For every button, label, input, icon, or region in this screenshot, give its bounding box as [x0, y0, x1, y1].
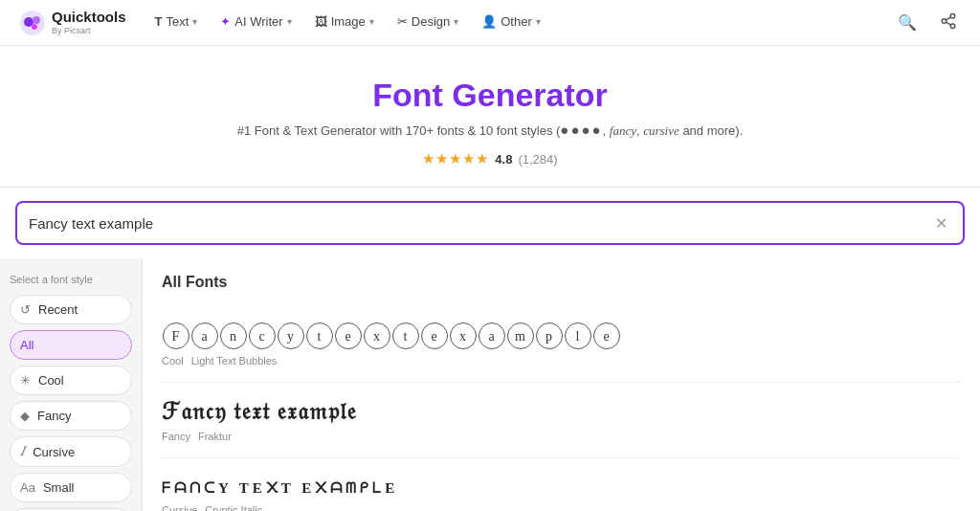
navbar: Quicktools By Picsart T Text ▾ ✦ AI Writ… — [0, 0, 980, 46]
svg-point-6 — [950, 24, 955, 29]
font-tags-fraktur: Fancy Fraktur — [162, 431, 961, 442]
nav-image[interactable]: 🖼 Image ▾ — [305, 0, 384, 46]
sidebar-item-label: Cursive — [33, 445, 75, 459]
other-icon: 👤 — [481, 14, 497, 29]
hero-subtitle: #1 Font & Text Generator with 170+ fonts… — [19, 122, 961, 139]
logo[interactable]: Quicktools By Picsart — [19, 10, 126, 36]
font-tag: Cursive — [162, 504, 197, 511]
rating-value: 4.8 — [495, 152, 512, 167]
sidebar-item-cool[interactable]: ✳ Cool — [10, 366, 132, 395]
sidebar-item-label: All — [20, 338, 33, 352]
chevron-down-icon: ▾ — [369, 16, 374, 27]
font-preview-cryptic: ᖴᗩᑎᑕY TE᙭T E᙭ᗩᗰᑭᒪE — [162, 474, 961, 499]
font-list: All Fonts Fancytextexample Cool Light Te… — [142, 258, 980, 511]
style-cursive: cursive — [643, 123, 679, 138]
cryptic-preview-text: ᖴᗩᑎᑕY TE᙭T E᙭ᗩᗰᑭᒪE — [162, 474, 398, 498]
nav-ai-writer-label: AI Writer — [234, 14, 282, 29]
logo-icon — [19, 10, 46, 36]
small-icon: Aa — [20, 480, 35, 495]
sidebar-item-label: Recent — [38, 302, 78, 317]
sidebar: Select a font style ↺ Recent All ✳ Cool … — [0, 258, 142, 511]
chevron-down-icon: ▾ — [536, 16, 541, 27]
stars: ★★★★★ — [422, 150, 489, 167]
share-button[interactable] — [936, 9, 961, 37]
nav-other[interactable]: 👤 Other ▾ — [472, 0, 550, 46]
font-tag: Light Text Bubbles — [191, 355, 278, 367]
font-item-cryptic[interactable]: ᖴᗩᑎᑕY TE᙭T E᙭ᗩᗰᑭᒪE Cursive Cryptic Itali… — [162, 458, 961, 511]
style-circles: ●●●● — [560, 122, 602, 138]
navbar-right: 🔍 — [894, 9, 961, 37]
chevron-down-icon: ▾ — [192, 16, 197, 27]
chevron-down-icon: ▾ — [287, 16, 292, 27]
rating-section: ★★★★★ 4.8 (1,284) — [19, 150, 961, 167]
hero-section: Font Generator #1 Font & Text Generator … — [0, 46, 980, 188]
search-input[interactable] — [29, 215, 931, 232]
svg-point-5 — [942, 18, 947, 23]
main-layout: Select a font style ↺ Recent All ✳ Cool … — [0, 258, 980, 511]
svg-point-3 — [32, 24, 37, 30]
bubbles-preview-text: Fancytextexample — [162, 320, 621, 347]
share-icon — [940, 12, 957, 30]
font-tag: Cool — [162, 355, 184, 367]
nav-text-label: Text — [166, 14, 189, 29]
nav-image-label: Image — [331, 14, 366, 29]
fancy-icon: ◆ — [20, 409, 30, 423]
font-tag: Cryptic Italic — [205, 504, 262, 511]
cool-icon: ✳ — [20, 373, 31, 388]
clear-button[interactable]: ✕ — [931, 212, 951, 234]
font-tags-cryptic: Cursive Cryptic Italic — [162, 504, 961, 511]
font-preview-bubbles: Fancytextexample — [162, 320, 961, 349]
design-icon: ✂ — [397, 14, 408, 29]
search-box: ✕ — [15, 201, 965, 245]
nav-other-label: Other — [501, 14, 532, 29]
font-preview-fraktur: ℱ𝔞𝔫𝔠𝔶 𝔱𝔢𝔵𝔱 𝔢𝔵𝔞𝔪𝔭𝔩𝔢 — [162, 398, 961, 425]
fraktur-preview-text: ℱ𝔞𝔫𝔠𝔶 𝔱𝔢𝔵𝔱 𝔢𝔵𝔞𝔪𝔭𝔩𝔢 — [162, 399, 357, 424]
chevron-down-icon: ▾ — [454, 16, 458, 27]
content-heading: All Fonts — [162, 274, 961, 291]
sidebar-item-small[interactable]: Aa Small — [10, 473, 132, 502]
sidebar-item-fancy[interactable]: ◆ Fancy — [10, 401, 132, 431]
page-title: Font Generator — [19, 77, 961, 114]
ai-writer-icon: ✦ — [220, 14, 231, 29]
sidebar-item-all[interactable]: All — [10, 330, 132, 360]
nav-ai-writer[interactable]: ✦ AI Writer ▾ — [211, 0, 301, 46]
logo-sub: By Picsart — [52, 26, 126, 35]
sidebar-item-label: Cool — [38, 373, 64, 388]
sidebar-item-label: Small — [43, 480, 75, 495]
cursive-icon: 𝐼 — [20, 444, 25, 459]
image-icon: 🖼 — [315, 14, 327, 29]
logo-text: Quicktools — [52, 10, 126, 26]
sidebar-item-label: Fancy — [37, 409, 71, 423]
font-item-fraktur[interactable]: ℱ𝔞𝔫𝔠𝔶 𝔱𝔢𝔵𝔱 𝔢𝔵𝔞𝔪𝔭𝔩𝔢 Fancy Fraktur — [162, 383, 961, 458]
nav-design[interactable]: ✂ Design ▾ — [388, 0, 468, 46]
svg-point-2 — [33, 16, 40, 24]
search-button[interactable]: 🔍 — [894, 10, 921, 35]
nav-text[interactable]: T Text ▾ — [145, 0, 208, 46]
svg-line-7 — [946, 22, 950, 25]
text-icon: T — [155, 14, 163, 29]
font-item-bubbles[interactable]: Fancytextexample Cool Light Text Bubbles — [162, 304, 961, 383]
font-tag: Fancy — [162, 431, 190, 442]
font-tags-bubbles: Cool Light Text Bubbles — [162, 355, 961, 367]
rating-count: (1,284) — [518, 152, 557, 167]
search-section: ✕ — [0, 188, 980, 258]
font-tag: Fraktur — [198, 431, 232, 442]
nav-design-label: Design — [412, 14, 450, 29]
recent-icon: ↺ — [20, 302, 31, 317]
sidebar-label: Select a font style — [10, 274, 132, 285]
sidebar-item-cursive[interactable]: 𝐼 Cursive — [10, 436, 132, 467]
sidebar-item-recent[interactable]: ↺ Recent — [10, 295, 132, 324]
style-fancy: fancy — [610, 123, 636, 138]
svg-point-4 — [950, 13, 955, 18]
svg-line-8 — [946, 16, 950, 19]
